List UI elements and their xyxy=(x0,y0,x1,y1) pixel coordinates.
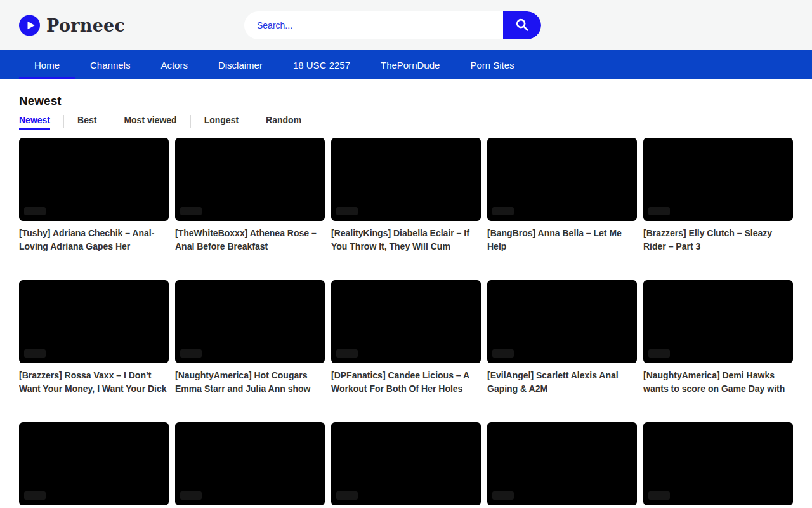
video-thumbnail[interactable] xyxy=(175,138,325,221)
video-title[interactable]: [NaughtyAmerica] Demi Hawks wants to sco… xyxy=(643,369,793,396)
video-grid: [Tushy] Adriana Chechik – Anal-Loving Ad… xyxy=(19,138,793,508)
tab-most-viewed[interactable]: Most viewed xyxy=(124,115,176,130)
search-input[interactable] xyxy=(244,11,503,39)
video-title[interactable]: [RealityKings] Diabella Eclair – If You … xyxy=(331,227,481,253)
magnifier-icon xyxy=(515,18,529,34)
duration-badge xyxy=(648,207,670,215)
duration-badge xyxy=(180,207,202,215)
nav-item-18-usc-2257[interactable]: 18 USC 2257 xyxy=(278,50,365,79)
sort-tabs: Newest Best Most viewed Longest Random xyxy=(19,115,793,130)
video-card[interactable] xyxy=(487,422,637,508)
video-thumbnail[interactable] xyxy=(19,138,169,221)
video-title[interactable]: [Tushy] Adriana Chechik – Anal-Loving Ad… xyxy=(19,227,169,253)
video-thumbnail[interactable] xyxy=(643,138,793,221)
tab-divider xyxy=(252,115,252,128)
tab-random[interactable]: Random xyxy=(266,115,301,130)
video-title[interactable]: [Brazzers] Elly Clutch – Sleazy Rider – … xyxy=(643,227,793,253)
video-card[interactable]: [NaughtyAmerica] Hot Cougars Emma Starr … xyxy=(175,280,325,396)
nav-item-channels[interactable]: Channels xyxy=(75,50,145,79)
duration-badge xyxy=(492,207,514,215)
video-card[interactable]: [DPFanatics] Candee Licious – A Workout … xyxy=(331,280,481,396)
video-thumbnail[interactable] xyxy=(331,422,481,505)
brand-name: Porneec xyxy=(46,15,125,35)
video-thumbnail[interactable] xyxy=(487,280,637,363)
video-thumbnail[interactable] xyxy=(643,422,793,505)
video-thumbnail[interactable] xyxy=(19,280,169,363)
video-card[interactable]: [RealityKings] Diabella Eclair – If You … xyxy=(331,138,481,253)
video-card[interactable]: [Brazzers] Rossa Vaxx – I Don’t Want You… xyxy=(19,280,169,396)
video-card[interactable]: [BangBros] Anna Bella – Let Me Help xyxy=(487,138,637,253)
video-thumbnail[interactable] xyxy=(643,280,793,363)
duration-badge xyxy=(648,491,670,500)
video-title[interactable]: [NaughtyAmerica] Hot Cougars Emma Starr … xyxy=(175,369,325,396)
duration-badge xyxy=(180,491,202,500)
site-header: Porneec xyxy=(0,0,812,50)
video-thumbnail[interactable] xyxy=(331,280,481,363)
video-thumbnail[interactable] xyxy=(175,422,325,505)
duration-badge xyxy=(492,349,514,358)
video-card[interactable]: [Brazzers] Elly Clutch – Sleazy Rider – … xyxy=(643,138,793,253)
main-nav: Home Channels Actors Disclaimer 18 USC 2… xyxy=(0,50,812,79)
duration-badge xyxy=(24,207,46,215)
nav-item-disclaimer[interactable]: Disclaimer xyxy=(203,50,278,79)
nav-item-porn-sites[interactable]: Porn Sites xyxy=(455,50,529,79)
video-card[interactable]: [EvilAngel] Scarlett Alexis Anal Gaping … xyxy=(487,280,637,396)
search-button[interactable] xyxy=(503,11,541,39)
tab-best[interactable]: Best xyxy=(77,115,96,130)
video-card[interactable]: [Tushy] Adriana Chechik – Anal-Loving Ad… xyxy=(19,138,169,253)
nav-item-actors[interactable]: Actors xyxy=(145,50,203,79)
search-bar xyxy=(244,11,541,39)
tab-divider xyxy=(110,115,110,128)
video-thumbnail[interactable] xyxy=(175,280,325,363)
brand-logo[interactable]: Porneec xyxy=(19,15,125,36)
tab-newest[interactable]: Newest xyxy=(19,115,50,130)
duration-badge xyxy=(648,349,670,358)
duration-badge xyxy=(336,207,358,215)
video-title[interactable]: [DPFanatics] Candee Licious – A Workout … xyxy=(331,369,481,396)
duration-badge xyxy=(336,349,358,358)
video-card[interactable] xyxy=(331,422,481,508)
duration-badge xyxy=(492,491,514,500)
duration-badge xyxy=(24,491,46,500)
video-thumbnail[interactable] xyxy=(487,422,637,505)
video-thumbnail[interactable] xyxy=(331,138,481,221)
video-title[interactable]: [EvilAngel] Scarlett Alexis Anal Gaping … xyxy=(487,369,637,396)
video-title[interactable]: [TheWhiteBoxxx] Athenea Rose – Anal Befo… xyxy=(175,227,325,253)
nav-item-theporndude[interactable]: ThePornDude xyxy=(365,50,455,79)
main-content: Newest Newest Best Most viewed Longest R… xyxy=(0,79,812,508)
tab-divider xyxy=(190,115,191,128)
tab-divider xyxy=(63,115,64,128)
play-icon xyxy=(19,15,40,36)
duration-badge xyxy=(24,349,46,358)
video-card[interactable] xyxy=(19,422,169,508)
video-thumbnail[interactable] xyxy=(487,138,637,221)
tab-longest[interactable]: Longest xyxy=(204,115,239,130)
duration-badge xyxy=(336,491,358,500)
page-title: Newest xyxy=(19,94,793,108)
video-card[interactable]: [TheWhiteBoxxx] Athenea Rose – Anal Befo… xyxy=(175,138,325,253)
duration-badge xyxy=(180,349,202,358)
video-title[interactable]: [Brazzers] Rossa Vaxx – I Don’t Want You… xyxy=(19,369,169,396)
video-card[interactable]: [NaughtyAmerica] Demi Hawks wants to sco… xyxy=(643,280,793,396)
video-card[interactable] xyxy=(643,422,793,508)
nav-item-home[interactable]: Home xyxy=(19,50,75,79)
video-card[interactable] xyxy=(175,422,325,508)
video-title[interactable]: [BangBros] Anna Bella – Let Me Help xyxy=(487,227,637,253)
video-thumbnail[interactable] xyxy=(19,422,169,505)
